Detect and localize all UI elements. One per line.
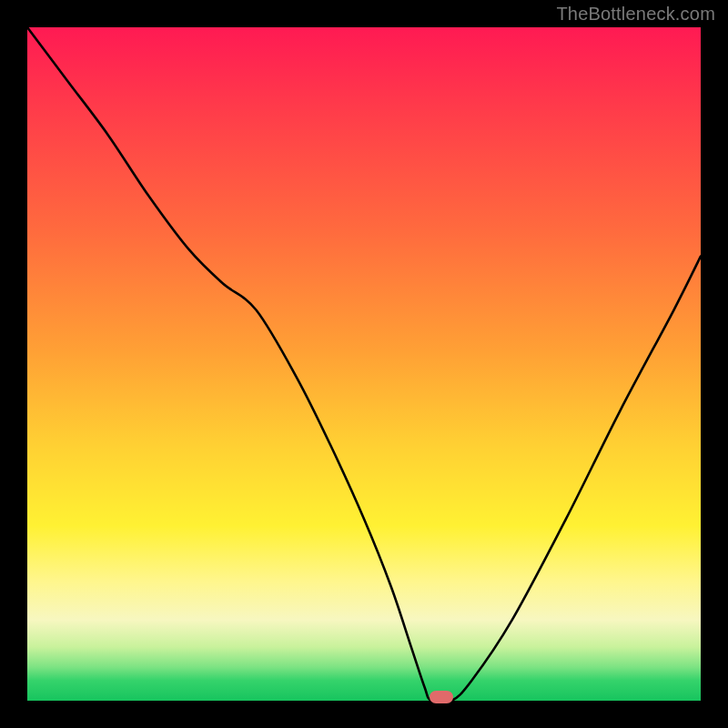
optimal-marker	[430, 691, 453, 703]
plot-area	[27, 27, 701, 701]
bottleneck-curve	[27, 27, 701, 701]
watermark-text: TheBottleneck.com	[556, 4, 715, 25]
chart-frame: TheBottleneck.com	[0, 0, 728, 728]
